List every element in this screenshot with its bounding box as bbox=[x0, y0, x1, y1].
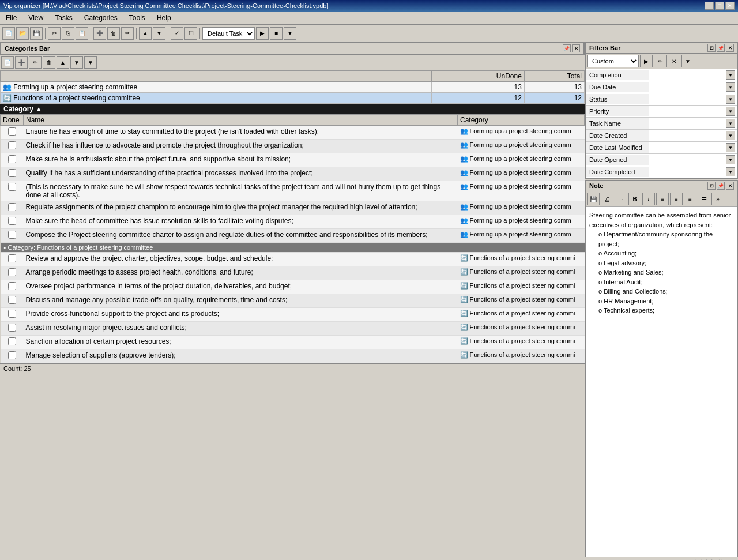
filters-restore-btn[interactable]: ⊡ bbox=[707, 44, 716, 52]
filter-dropdown-arrow[interactable]: ▼ bbox=[726, 82, 735, 92]
task-done-cell[interactable] bbox=[1, 349, 24, 363]
task-checkbox[interactable] bbox=[8, 141, 16, 149]
task-checkbox[interactable] bbox=[8, 268, 16, 276]
task-done-cell[interactable] bbox=[1, 201, 24, 215]
task-done-cell[interactable] bbox=[1, 153, 24, 167]
filter-dropdown-arrow[interactable]: ▼ bbox=[726, 70, 735, 80]
note-print-btn[interactable]: 🖨 bbox=[601, 193, 613, 205]
note-more-btn[interactable]: » bbox=[711, 193, 724, 205]
categories-scroll-area[interactable]: UnDone Total 👥 Forming up a project stee… bbox=[0, 70, 585, 104]
note-save-btn[interactable]: 💾 bbox=[587, 193, 600, 205]
note-italic-btn[interactable]: I bbox=[642, 193, 655, 205]
task-type-dropdown[interactable]: Default Task bbox=[202, 27, 255, 40]
delete-btn[interactable]: 🗑 bbox=[107, 27, 120, 40]
more-btn[interactable]: ▼ bbox=[284, 27, 296, 40]
task-checkbox[interactable] bbox=[8, 203, 16, 211]
minimize-button[interactable]: ─ bbox=[705, 2, 714, 10]
maximize-button[interactable]: □ bbox=[715, 2, 724, 10]
cat-new-btn[interactable]: 📄 bbox=[1, 56, 14, 69]
task-done-cell[interactable] bbox=[1, 294, 24, 308]
paste-btn[interactable]: 📋 bbox=[76, 27, 88, 40]
filter-dropdown-arrow[interactable]: ▼ bbox=[726, 107, 735, 116]
task-done-cell[interactable] bbox=[1, 253, 24, 266]
cat-more-btn[interactable]: ▼ bbox=[84, 56, 97, 69]
task-done-cell[interactable] bbox=[1, 181, 24, 201]
task-checkbox[interactable] bbox=[8, 337, 16, 345]
note-align-left-btn[interactable]: ≡ bbox=[656, 193, 669, 205]
task-done-cell[interactable] bbox=[1, 266, 24, 280]
open-btn[interactable]: 📂 bbox=[16, 27, 29, 40]
cat-add-btn[interactable]: ➕ bbox=[15, 56, 28, 69]
filter-dropdown-arrow[interactable]: ▼ bbox=[726, 143, 735, 152]
copy-btn[interactable]: ⎘ bbox=[62, 27, 74, 40]
new-btn[interactable]: 📄 bbox=[2, 27, 15, 40]
close-panel-btn[interactable]: ✕ bbox=[572, 44, 580, 52]
task-checkbox[interactable] bbox=[8, 169, 16, 177]
filter-dropdown-arrow[interactable]: ▼ bbox=[726, 155, 735, 164]
filter-edit-btn[interactable]: ✏ bbox=[654, 55, 667, 67]
task-done-cell[interactable] bbox=[1, 126, 24, 140]
down-btn[interactable]: ▼ bbox=[153, 27, 165, 40]
note-align-center-btn[interactable]: ≡ bbox=[670, 193, 683, 205]
stop-btn[interactable]: ■ bbox=[270, 27, 283, 40]
task-done-cell[interactable] bbox=[1, 322, 24, 336]
task-checkbox[interactable] bbox=[8, 310, 16, 318]
note-restore-btn[interactable]: ⊡ bbox=[707, 182, 716, 190]
filter-dropdown-arrow[interactable]: ▼ bbox=[726, 119, 735, 128]
task-checkbox[interactable] bbox=[8, 127, 16, 136]
task-checkbox[interactable] bbox=[8, 231, 16, 239]
cat-table-row[interactable]: 🔄 Functions of a project steering commit… bbox=[1, 93, 585, 104]
task-scroll-area[interactable]: Category ▲DoneNameCategoryEnsure he has … bbox=[0, 104, 585, 557]
menu-tasks[interactable]: Tasks bbox=[51, 13, 76, 23]
filter-dropdown-arrow[interactable]: ▼ bbox=[726, 131, 735, 140]
menu-file[interactable]: File bbox=[2, 13, 20, 23]
menu-view[interactable]: View bbox=[25, 13, 47, 23]
task-done-cell[interactable] bbox=[1, 229, 24, 243]
edit-btn[interactable]: ✏ bbox=[121, 27, 134, 40]
task-checkbox[interactable] bbox=[8, 324, 16, 332]
close-button[interactable]: ✕ bbox=[725, 2, 735, 10]
menu-tools[interactable]: Tools bbox=[126, 13, 149, 23]
cat-delete-btn[interactable]: 🗑 bbox=[43, 56, 55, 69]
task-checkbox[interactable] bbox=[8, 254, 16, 262]
filter-apply-btn[interactable]: ▶ bbox=[640, 55, 653, 67]
check-btn[interactable]: ✓ bbox=[171, 27, 183, 40]
task-checkbox[interactable] bbox=[8, 282, 16, 290]
note-indent-btn[interactable]: → bbox=[615, 193, 627, 205]
task-checkbox[interactable] bbox=[8, 351, 16, 359]
uncheck-btn[interactable]: ☐ bbox=[184, 27, 197, 40]
filter-clear-btn[interactable]: ✕ bbox=[668, 55, 680, 67]
add-task-btn[interactable]: ➕ bbox=[93, 27, 106, 40]
menu-help[interactable]: Help bbox=[153, 13, 175, 23]
note-pin-btn[interactable]: 📌 bbox=[717, 182, 725, 190]
cat-up-btn[interactable]: ▲ bbox=[57, 56, 69, 69]
task-checkbox[interactable] bbox=[8, 217, 16, 225]
note-list-btn[interactable]: ☰ bbox=[698, 193, 710, 205]
note-close-btn[interactable]: ✕ bbox=[726, 182, 734, 190]
pin-btn[interactable]: 📌 bbox=[563, 44, 571, 52]
save-btn[interactable]: 💾 bbox=[30, 27, 43, 40]
cat-down-btn[interactable]: ▼ bbox=[70, 56, 83, 69]
task-checkbox[interactable] bbox=[8, 155, 16, 163]
task-done-cell[interactable] bbox=[1, 140, 24, 153]
filter-preset-dropdown[interactable]: Custom bbox=[587, 55, 639, 67]
task-checkbox[interactable] bbox=[8, 183, 16, 191]
note-align-right-btn[interactable]: ≡ bbox=[684, 193, 696, 205]
task-done-cell[interactable] bbox=[1, 336, 24, 349]
task-done-cell[interactable] bbox=[1, 280, 24, 294]
menu-categories[interactable]: Categories bbox=[81, 13, 121, 23]
filter-dropdown-arrow[interactable]: ▼ bbox=[726, 167, 735, 176]
task-done-cell[interactable] bbox=[1, 308, 24, 322]
filters-pin-btn[interactable]: 📌 bbox=[717, 44, 725, 52]
run-btn[interactable]: ▶ bbox=[256, 27, 269, 40]
cat-edit-btn[interactable]: ✏ bbox=[29, 56, 42, 69]
filters-close-btn[interactable]: ✕ bbox=[726, 44, 734, 52]
cut-btn[interactable]: ✂ bbox=[48, 27, 61, 40]
note-bold-btn[interactable]: B bbox=[628, 193, 641, 205]
cat-table-row[interactable]: 👥 Forming up a project steering committe… bbox=[1, 82, 585, 93]
task-done-cell[interactable] bbox=[1, 215, 24, 229]
task-checkbox[interactable] bbox=[8, 296, 16, 304]
filter-more-btn[interactable]: ▼ bbox=[681, 55, 694, 67]
filter-dropdown-arrow[interactable]: ▼ bbox=[726, 95, 735, 104]
up-btn[interactable]: ▲ bbox=[139, 27, 152, 40]
